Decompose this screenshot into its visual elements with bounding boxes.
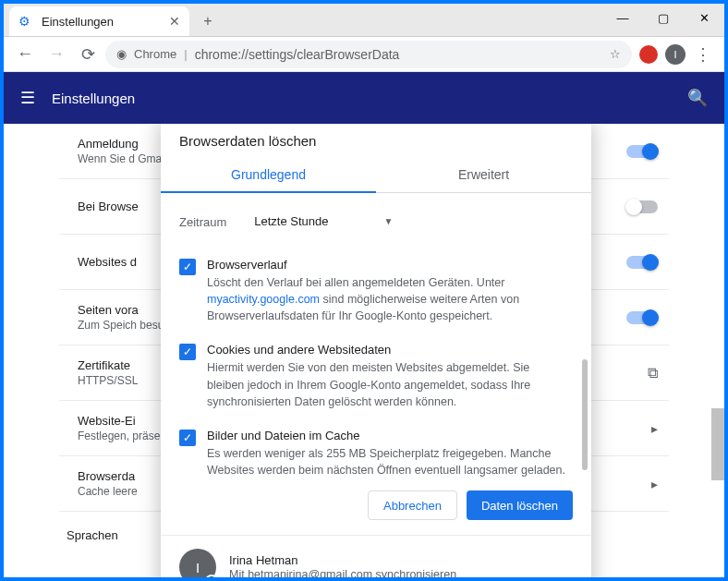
toolbar: ← → ⟳ ◉ Chrome | chrome://settings/clear…: [4, 37, 724, 72]
extension-icon[interactable]: [636, 42, 661, 67]
forward-button[interactable]: →: [42, 41, 70, 68]
external-link-icon: ⧉: [648, 365, 658, 381]
time-range-label: Zeitraum: [179, 215, 226, 229]
option-title: Cookies und andere Websitedaten: [207, 343, 569, 357]
account-sub: Mit hetmanirina@gmail.com synchronisiere…: [229, 568, 456, 577]
scrollbar-thumb[interactable]: [711, 408, 724, 480]
option-desc: Hiermit werden Sie von den meisten Websi…: [207, 359, 569, 409]
toggle[interactable]: [626, 311, 658, 324]
gear-icon: ⚙: [18, 14, 30, 29]
minimize-button[interactable]: ―: [602, 4, 643, 31]
account-row[interactable]: I Irina Hetman Mit hetmanirina@gmail.com…: [161, 536, 591, 577]
dialog-scrollbar[interactable]: [582, 359, 588, 470]
toggle[interactable]: [626, 256, 658, 269]
account-name: Irina Hetman: [229, 553, 456, 567]
bookmark-star-icon[interactable]: ☆: [610, 47, 621, 61]
option-desc: Es werden weniger als 255 MB Speicherpla…: [207, 445, 569, 478]
new-tab-button[interactable]: +: [195, 8, 221, 34]
tab-basic[interactable]: Grundlegend: [161, 156, 376, 193]
toggle[interactable]: [626, 200, 658, 213]
clear-data-button[interactable]: Daten löschen: [467, 490, 573, 520]
hamburger-icon[interactable]: ☰: [20, 88, 35, 108]
myactivity-link[interactable]: myactivity.google.com: [207, 293, 320, 306]
omnibox-prefix: Chrome: [134, 47, 176, 61]
chevron-right-icon: ▸: [651, 477, 658, 491]
settings-title: Einstellungen: [52, 91, 135, 106]
avatar: I: [179, 549, 216, 577]
tab-title: Einstellungen: [42, 15, 162, 29]
settings-header: ☰ Einstellungen 🔍: [4, 72, 724, 124]
checkbox-history[interactable]: ✓: [179, 259, 196, 275]
toggle[interactable]: [626, 145, 658, 158]
omnibox[interactable]: ◉ Chrome | chrome://settings/clearBrowse…: [105, 41, 632, 68]
titlebar: ⚙ Einstellungen ✕ + ― ▢ ✕: [4, 4, 724, 37]
clear-data-dialog: Browserdaten löschen Grundlegend Erweite…: [161, 124, 591, 577]
option-title: Browserverlauf: [207, 258, 569, 272]
omnibox-sep: |: [184, 47, 187, 61]
time-range-select[interactable]: Letzte Stunde ▼: [245, 208, 402, 236]
maximize-button[interactable]: ▢: [643, 4, 684, 31]
omnibox-url: chrome://settings/clearBrowserData: [195, 47, 400, 62]
menu-button[interactable]: ⋮: [689, 44, 717, 65]
option-desc: Löscht den Verlauf bei allen angemeldete…: [207, 274, 569, 324]
reload-button[interactable]: ⟳: [74, 41, 102, 68]
chrome-icon: ◉: [116, 47, 127, 61]
profile-avatar[interactable]: I: [665, 44, 686, 65]
checkbox-cookies[interactable]: ✓: [179, 344, 196, 360]
back-button[interactable]: ←: [11, 41, 39, 68]
chevron-right-icon: ▸: [651, 421, 658, 436]
close-window-button[interactable]: ✕: [684, 4, 724, 31]
chevron-down-icon: ▼: [383, 216, 393, 226]
sync-badge-icon: [205, 575, 218, 577]
cancel-button[interactable]: Abbrechen: [368, 490, 457, 520]
search-icon[interactable]: 🔍: [687, 88, 708, 108]
dialog-title: Browserdaten löschen: [161, 124, 591, 156]
option-title: Bilder und Dateien im Cache: [207, 429, 569, 442]
checkbox-cache[interactable]: ✓: [179, 430, 196, 446]
close-tab-icon[interactable]: ✕: [169, 14, 180, 29]
browser-tab[interactable]: ⚙ Einstellungen ✕: [9, 6, 189, 36]
tab-advanced[interactable]: Erweitert: [376, 156, 591, 193]
